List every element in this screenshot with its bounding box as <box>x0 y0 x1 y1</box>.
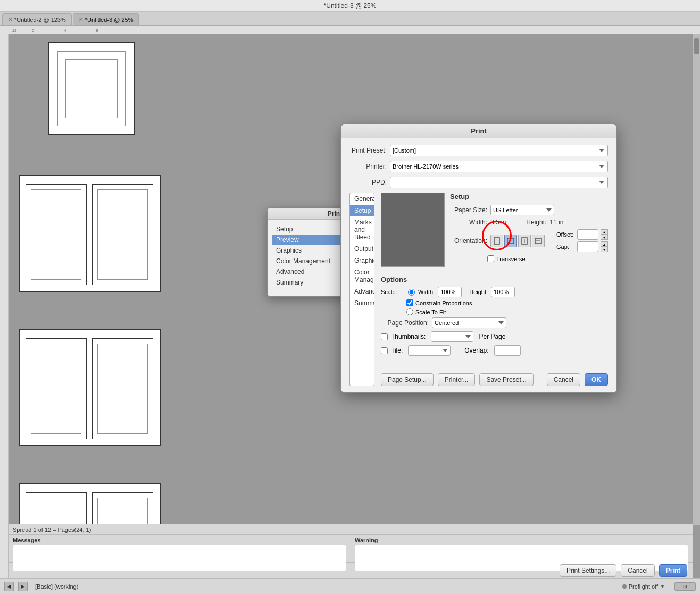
tile-checkbox[interactable] <box>381 347 388 354</box>
cancel-button[interactable]: Cancel <box>547 373 580 386</box>
page-setup-button[interactable]: Page Setup... <box>381 373 434 386</box>
ppd-select[interactable] <box>390 177 608 188</box>
vertical-scrollbar[interactable] <box>693 34 700 525</box>
scale-to-fit-radio[interactable] <box>406 308 413 315</box>
print-preset-select[interactable]: [Custom] <box>390 145 608 156</box>
height-label: Height: <box>520 219 546 226</box>
thumbnails-select[interactable] <box>431 331 473 342</box>
orient-portrait-rev-btn[interactable] <box>518 235 531 247</box>
scale-width-label: Width: <box>418 289 435 295</box>
offset-input[interactable] <box>577 229 598 240</box>
nav-setup[interactable]: Setup <box>350 205 374 216</box>
print-settings-button[interactable]: Print Settings... <box>560 564 616 577</box>
scale-height-label: Height: <box>469 289 488 295</box>
printer-select[interactable]: Brother HL-2170W series <box>390 161 608 172</box>
gap-down[interactable]: ▼ <box>601 247 608 252</box>
status-bar: ◀ ▶ [Basic] (working) Preflight off ▼ ⊞ <box>0 578 700 594</box>
print-preset-row: Print Preset: [Custom] <box>349 145 608 156</box>
options-section: Options Scale: Width: Height: Constrain … <box>381 275 608 359</box>
constrain-checkbox[interactable] <box>406 299 413 306</box>
dialog-body: Print Preset: [Custom] Printer: Brother … <box>341 138 616 392</box>
tab-untitled2[interactable]: ✕ *Untitled-2 @ 123% <box>2 13 72 25</box>
print-dialog[interactable]: Print Print Preset: [Custom] Printer: Br… <box>340 124 617 393</box>
orientation-label: Orientation: <box>450 237 487 245</box>
height-value: 11 in <box>549 219 563 226</box>
messages-body <box>13 545 346 571</box>
nav-marks-bleed[interactable]: Marks and Bleed <box>350 216 374 243</box>
next-page-button[interactable]: ▶ <box>18 582 28 591</box>
tab-close-icon2[interactable]: ✕ <box>79 16 83 22</box>
svg-text:0: 0 <box>32 28 35 33</box>
width-label: Width: <box>450 219 487 226</box>
dimensions-row: Width: 8.5 in Height: 11 in <box>450 219 608 226</box>
print-preview-thumbnail <box>381 193 445 267</box>
print-button[interactable]: Print <box>659 564 687 577</box>
title-bar: *Untitled-3 @ 25% <box>0 0 700 12</box>
warning-label: Warning <box>355 537 688 543</box>
dialog-content: General Setup Marks and Bleed Output Gra… <box>349 193 608 386</box>
width-value: 8.5 in <box>490 219 506 226</box>
orient-landscape-btn[interactable] <box>504 235 517 247</box>
scale-to-fit-row: Scale To Fit <box>406 308 608 315</box>
svg-rect-5 <box>507 238 514 244</box>
transverse-row: Transverse <box>487 255 608 262</box>
page-spread-1 <box>48 42 135 135</box>
printer-button[interactable]: Printer... <box>438 373 476 386</box>
scale-label: Scale: <box>381 289 405 295</box>
thumbnails-checkbox[interactable] <box>381 333 388 340</box>
paper-size-row: Paper Size: US Letter <box>450 205 608 215</box>
gap-up[interactable]: ▲ <box>601 241 608 247</box>
page-position-select[interactable]: Centered <box>432 317 506 328</box>
save-preset-button[interactable]: Save Preset... <box>479 373 533 386</box>
svg-rect-4 <box>494 238 499 244</box>
spread-info: Spread 1 of 12 – Pages(24, 1) <box>13 526 91 533</box>
offset-gap-group: Offset: ▲ ▼ Gap: <box>556 229 608 252</box>
ok-button[interactable]: OK <box>585 373 608 386</box>
ppd-row: PPD: <box>349 177 608 188</box>
orient-portrait-btn[interactable] <box>490 235 503 247</box>
scrollbar-thumb[interactable] <box>694 38 699 54</box>
scale-width-input[interactable] <box>438 287 462 297</box>
page-position-label: Page Position: <box>381 319 429 327</box>
messages-label: Messages <box>13 537 346 543</box>
nav-color-management[interactable]: Color Management <box>350 266 374 286</box>
preflight-chevron-icon[interactable]: ▼ <box>660 584 665 589</box>
transverse-checkbox[interactable] <box>487 255 494 262</box>
tile-row: Tile: Overlap: <box>381 345 608 356</box>
nav-output[interactable]: Output <box>350 243 374 255</box>
svg-text:8: 8 <box>96 28 98 33</box>
prev-page-button[interactable]: ◀ <box>4 582 14 591</box>
layout-toggle[interactable]: ⊞ <box>674 582 696 591</box>
offset-down[interactable]: ▼ <box>601 235 608 240</box>
options-section-title: Options <box>381 275 608 283</box>
orientation-buttons <box>490 235 545 247</box>
setup-panel: Setup Paper Size: US Letter Width: 8.5 i… <box>450 193 608 267</box>
nav-general[interactable]: General <box>350 193 374 205</box>
constrain-label: Constrain Proportions <box>415 300 472 306</box>
tab-close-icon[interactable]: ✕ <box>8 16 12 22</box>
gap-spinner[interactable]: ▲ ▼ <box>601 241 608 252</box>
ruler-vertical <box>0 34 9 578</box>
scale-width-radio[interactable] <box>408 289 415 296</box>
ruler-horizontal: -12 0 4 8 <box>0 26 700 34</box>
ppd-label: PPD: <box>349 179 387 186</box>
nav-summary[interactable]: Summary <box>350 297 374 309</box>
orient-landscape-rev-btn[interactable] <box>532 235 545 247</box>
preflight-label: Preflight off <box>629 583 658 590</box>
tile-select[interactable] <box>408 345 451 356</box>
nav-graphics[interactable]: Graphics <box>350 255 374 266</box>
nav-advanced[interactable]: Advanced <box>350 286 374 297</box>
per-page-label: Per Page <box>479 333 505 340</box>
overlap-input[interactable] <box>494 345 521 356</box>
paper-size-select[interactable]: US Letter <box>490 205 554 215</box>
tab-untitled3[interactable]: ✕ *Untitled-3 @ 25% <box>73 13 139 25</box>
spread-info-bar: Spread 1 of 12 – Pages(24, 1) <box>9 524 693 535</box>
offset-spinner[interactable]: ▲ ▼ <box>601 229 608 240</box>
offset-up[interactable]: ▲ <box>601 229 608 235</box>
transverse-label: Transverse <box>496 256 526 262</box>
messages-section: Messages <box>9 535 351 562</box>
cancel-bottom-button[interactable]: Cancel <box>621 564 654 577</box>
printer-label: Printer: <box>349 163 387 170</box>
gap-input[interactable] <box>577 241 598 252</box>
scale-height-input[interactable] <box>491 287 515 297</box>
